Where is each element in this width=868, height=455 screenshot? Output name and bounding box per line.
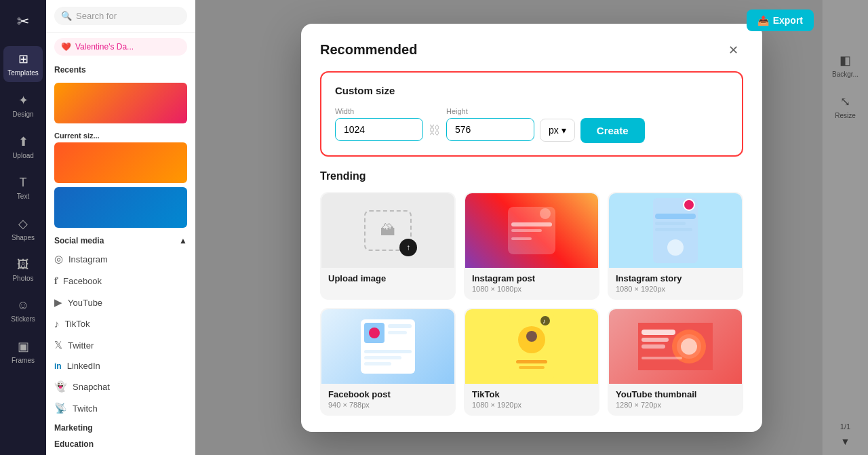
tiktok-label: TikTok — [65, 319, 90, 329]
left-sidebar: ✂ ⊞ Templates ✦ Design ⬆ Upload T Text ◇… — [0, 0, 46, 455]
sidebar-item-shapes[interactable]: ◇ Shapes — [3, 211, 43, 247]
education-section[interactable]: Education — [46, 435, 195, 452]
youtube-name: YouTube thumbnail — [616, 389, 735, 399]
instagram-story-size: 1080 × 1920px — [616, 285, 735, 293]
frames-icon: ▣ — [18, 339, 29, 354]
export-label: Export — [773, 15, 803, 26]
tiktok-name: TikTok — [472, 389, 591, 399]
facebook-thumb — [321, 309, 454, 384]
svg-rect-1 — [511, 222, 552, 226]
instagram-story-name: Instagram story — [616, 273, 735, 283]
export-button[interactable]: 📤 Export — [747, 9, 814, 31]
mountain-icon: 🏔 — [380, 222, 395, 239]
panel-item-facebook[interactable]: 𝐟 Facebook — [46, 270, 195, 292]
heart-icon: ❤️ — [61, 42, 71, 52]
linkedin-label: LinkedIn — [67, 361, 100, 371]
template-card-facebook[interactable]: Facebook post 940 × 788px — [320, 308, 456, 416]
app-logo[interactable]: ✂ — [9, 8, 37, 35]
sidebar-item-frames[interactable]: ▣ Frames — [3, 334, 43, 370]
twitter-icon: 𝕏 — [54, 339, 62, 351]
template-card-instagram-post[interactable]: Instagram post 1080 × 1080px — [464, 192, 599, 300]
templates-icon: ⊞ — [18, 52, 28, 66]
instagram-post-thumb — [465, 193, 598, 268]
twitch-label: Twitch — [73, 403, 98, 414]
panel-item-tiktok[interactable]: ♪ TikTok — [46, 313, 195, 334]
svg-point-10 — [667, 239, 684, 256]
sidebar-item-frames-label: Frames — [12, 357, 35, 364]
svg-text:♪: ♪ — [542, 317, 546, 325]
svg-rect-15 — [388, 331, 407, 334]
svg-rect-29 — [642, 338, 669, 342]
modal-close-button[interactable]: ✕ — [723, 40, 743, 60]
sidebar-item-photos[interactable]: 🖼 Photos — [3, 252, 43, 288]
height-field: Height — [446, 107, 534, 141]
valentine-pill[interactable]: ❤️ Valentine's Da... — [54, 38, 187, 56]
width-input[interactable] — [335, 118, 423, 141]
recent-thumb-2[interactable] — [54, 142, 187, 183]
panel-item-youtube[interactable]: ▶ YouTube — [46, 292, 195, 313]
recent-thumb-1[interactable] — [54, 83, 187, 123]
size-divider: ⛓ — [429, 123, 441, 138]
youtube-image — [609, 309, 742, 384]
snapchat-icon: 👻 — [54, 380, 67, 393]
size-inputs: Width ⛓ Height px ▾ Create — [335, 106, 728, 143]
template-card-youtube[interactable]: YouTube thumbnail 1280 × 720px — [608, 308, 743, 416]
template-panel: 🔍 Search for ❤️ Valentine's Da... Recent… — [46, 0, 195, 455]
unit-selector[interactable]: px ▾ — [540, 119, 575, 142]
template-grid: 🏔 ↑ Upload image — [320, 192, 743, 416]
modal-overlay: Recommended ✕ Custom size Width ⛓ Height — [195, 0, 868, 455]
panel-item-linkedin[interactable]: in LinkedIn — [46, 356, 195, 376]
width-field: Width — [335, 107, 423, 141]
personal-section[interactable]: Personal — [46, 452, 195, 455]
tiktok-icon: ♪ — [54, 318, 60, 330]
sidebar-item-upload[interactable]: ⬆ Upload — [3, 129, 43, 165]
svg-rect-18 — [364, 362, 391, 365]
height-input[interactable] — [446, 118, 534, 141]
svg-point-6 — [684, 199, 694, 210]
sidebar-item-shapes-label: Shapes — [12, 234, 35, 241]
youtube-size: 1280 × 720px — [616, 401, 735, 409]
search-box[interactable]: 🔍 Search for — [54, 7, 187, 25]
svg-rect-23 — [519, 366, 545, 369]
current-size-label: Current siz... — [54, 127, 187, 142]
panel-content: ❤️ Valentine's Da... Recents Current siz… — [46, 33, 195, 455]
youtube-label: YouTube — [68, 298, 102, 308]
instagram-story-info: Instagram story 1080 × 1920px — [609, 268, 742, 298]
panel-search-area: 🔍 Search for — [46, 0, 195, 33]
upload-card-info: Upload image — [321, 268, 454, 289]
sidebar-item-templates[interactable]: ⊞ Templates — [3, 46, 43, 82]
chevron-up-icon: ▲ — [179, 236, 187, 245]
upload-icon: ⬆ — [18, 134, 28, 149]
template-card-instagram-story[interactable]: Instagram story 1080 × 1920px — [608, 192, 743, 300]
recents-thumbnails: Current siz... — [46, 77, 195, 228]
panel-item-instagram[interactable]: ◎ Instagram — [46, 248, 195, 270]
sidebar-item-stickers-label: Stickers — [11, 315, 35, 323]
search-placeholder: Search for — [76, 11, 117, 21]
create-button[interactable]: Create — [580, 118, 645, 143]
marketing-section[interactable]: Marketing — [46, 419, 195, 435]
template-card-tiktok[interactable]: ♪ TikTok 1080 × 1920px — [464, 308, 599, 416]
recent-thumb-3[interactable] — [54, 187, 187, 228]
template-card-upload[interactable]: 🏔 ↑ Upload image — [320, 192, 456, 300]
svg-point-32 — [681, 338, 697, 355]
panel-item-twitter[interactable]: 𝕏 Twitter — [46, 334, 195, 356]
photos-icon: 🖼 — [17, 258, 29, 272]
svg-rect-17 — [364, 356, 401, 359]
sidebar-item-design[interactable]: ✦ Design — [3, 87, 43, 123]
custom-size-box: Custom size Width ⛓ Height px — [320, 71, 743, 157]
panel-item-snapchat[interactable]: 👻 Snapchat — [46, 376, 195, 397]
instagram-post-info: Instagram post 1080 × 1080px — [465, 268, 598, 298]
sidebar-item-stickers[interactable]: ☺ Stickers — [3, 293, 43, 328]
modal-title: Recommended — [320, 42, 417, 58]
sidebar-item-upload-label: Upload — [12, 152, 34, 159]
svg-rect-16 — [364, 350, 412, 353]
upload-card-name: Upload image — [328, 273, 448, 283]
instagram-story-image — [609, 193, 742, 268]
snapchat-label: Snapchat — [73, 382, 110, 392]
panel-item-twitch[interactable]: 📡 Twitch — [46, 397, 195, 419]
svg-point-21 — [526, 331, 537, 342]
upload-dashed-box: 🏔 ↑ — [364, 210, 412, 251]
export-icon: 📤 — [757, 15, 769, 26]
facebook-info: Facebook post 940 × 788px — [321, 384, 454, 414]
sidebar-item-text[interactable]: T Text — [3, 170, 43, 205]
